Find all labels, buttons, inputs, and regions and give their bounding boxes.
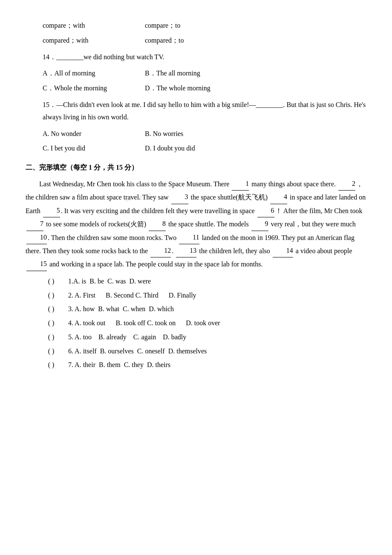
blank-7: 7 — [26, 217, 43, 231]
blank-4: 4 — [270, 191, 287, 204]
mc-text-3: 3. A. how B. what C. when D. which — [68, 303, 174, 315]
q14-option-b: B．The all morning — [145, 67, 230, 80]
mc-paren-2: ( ) — [34, 289, 68, 302]
blank-1: 1 — [232, 177, 249, 191]
mc-item-5: ( ) 5. A. too B. already C. again D. bad… — [34, 331, 366, 344]
mc-text-4: 4. A. took out B. took off C. took on D.… — [68, 317, 220, 330]
q15-option-row-1: A. No wonder B. No worries — [43, 128, 366, 140]
q15-option-b: B. No worries — [145, 128, 230, 140]
blank-9: 9 — [251, 217, 268, 231]
mc-paren-7: ( ) — [34, 359, 68, 371]
blank-11: 11 — [179, 231, 199, 244]
mc-item-6: ( ) 6. A. itself B. ourselves C. oneself… — [34, 345, 366, 358]
q15-option-d: D. I doubt you did — [145, 142, 230, 155]
blank-15: 15 — [26, 257, 47, 271]
mc-item-7: ( ) 7. A. their B. them C. they D. their… — [34, 359, 366, 371]
q13-option-a: compare；with — [43, 20, 128, 32]
q13-option-c: compared；with — [43, 35, 128, 47]
blank-6: 6 — [257, 204, 274, 217]
q13-option-row-2: compared；with compared；to — [43, 35, 366, 47]
q14-option-row-2: C．Whole the morning D．The whole morning — [43, 82, 366, 95]
blank-10: 10 — [26, 231, 47, 244]
mc-item-2: ( ) 2. A. First B. Second C. Third D. Fi… — [34, 289, 366, 302]
blank-12: 12 — [150, 244, 171, 257]
mc-text-6: 6. A. itself B. ourselves C. oneself D. … — [68, 345, 207, 358]
q13-option-b: compare；to — [145, 20, 230, 32]
mc-text-1: 1.A. is B. be C. was D. were — [68, 275, 151, 288]
mc-paren-5: ( ) — [34, 331, 68, 344]
q14-option-d: D．The whole morning — [145, 82, 230, 95]
q13-option-row-1: compare；with compare；to — [43, 20, 366, 32]
q15-stem: 15．—Chris didn't even look at me. I did … — [43, 99, 366, 124]
blank-14: 14 — [273, 244, 293, 257]
mc-text-2: 2. A. First B. Second C. Third D. Finall… — [68, 289, 196, 302]
section2-title: 二、完形填空（每空 1 分，共 15 分） — [26, 162, 366, 174]
passage: Last Wednesday, Mr Chen took his class t… — [26, 177, 366, 271]
blank-13: 13 — [176, 244, 196, 257]
mc-text-7: 7. A. their B. them C. they D. theirs — [68, 359, 170, 371]
mc-item-4: ( ) 4. A. took out B. took off C. took o… — [34, 317, 366, 330]
mc-paren-1: ( ) — [34, 275, 68, 288]
mc-item-1: ( ) 1.A. is B. be C. was D. were — [34, 275, 366, 288]
q15-option-row-2: C. I bet you did D. I doubt you did — [43, 142, 366, 155]
q14-option-c: C．Whole the morning — [43, 82, 128, 95]
q13-option-d: compared；to — [145, 35, 230, 47]
blank-3: 3 — [171, 191, 188, 204]
q15-option-c: C. I bet you did — [43, 142, 128, 155]
mc-paren-4: ( ) — [34, 317, 68, 330]
mc-paren-6: ( ) — [34, 345, 68, 358]
mc-text-5: 5. A. too B. already C. again D. badly — [68, 331, 186, 344]
mc-paren-3: ( ) — [34, 303, 68, 315]
blank-8: 8 — [149, 217, 166, 231]
q15-option-a: A. No wonder — [43, 128, 128, 140]
mc-list: ( ) 1.A. is B. be C. was D. were ( ) 2. … — [26, 275, 366, 372]
mc-item-3: ( ) 3. A. how B. what C. when D. which — [34, 303, 366, 315]
q14-option-row-1: A．All of morning B．The all morning — [43, 67, 366, 80]
q14-stem: 14．________we did nothing but watch TV. — [43, 51, 366, 64]
q14-option-a: A．All of morning — [43, 67, 128, 80]
blank-5: 5 — [43, 204, 60, 217]
blank-2: 2 — [338, 177, 355, 191]
